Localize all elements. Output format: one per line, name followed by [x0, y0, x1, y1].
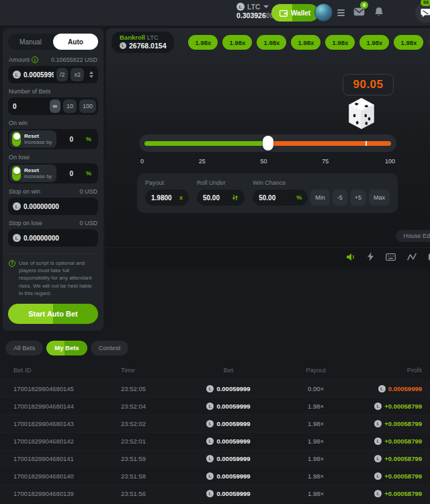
scale-label: 100 [379, 158, 395, 165]
trend-chart-icon [407, 253, 417, 261]
start-auto-bet-button[interactable]: Start Auto Bet [8, 304, 98, 324]
wallet-label: Wallet [291, 9, 310, 17]
slider-knob[interactable] [263, 136, 273, 151]
number-of-bets-field: ∞10100 [8, 97, 98, 115]
dice-controls: Payout x Roll Under Win Chance % [137, 173, 398, 213]
house-edge-badge: House Edge 1% [396, 230, 430, 242]
bet-row[interactable]: 1700182990468014023:51:58Ł0.000599991.98… [0, 467, 430, 485]
bet-row[interactable]: 1700182990468014223:52:01Ł0.000599991.98… [0, 432, 430, 450]
bets-tab-contest[interactable]: Contest [91, 341, 129, 355]
wallet-button[interactable]: Wallet [271, 4, 318, 22]
bets-count-option-100[interactable]: 100 [79, 99, 96, 113]
currency-selector[interactable]: Ł LTC 0.30392600 [236, 3, 273, 19]
on-win-unit: % [86, 136, 97, 142]
bet-payout: 1.98× [308, 472, 324, 480]
history-multiplier-pill[interactable]: 1.98x [188, 35, 218, 50]
bet-row[interactable]: 1700182990468014523:52:05Ł0.000599990.00… [0, 380, 430, 397]
chevron-down-icon [263, 5, 269, 8]
on-lose-toggle[interactable]: ResetIncrease by [9, 165, 56, 182]
stop-on-lose-input[interactable] [24, 235, 96, 242]
sound-button[interactable] [346, 253, 355, 261]
bets-table-header: Bet IDTimeBetPayoutProfit [0, 361, 430, 380]
double-amount-button[interactable]: x2 [71, 68, 84, 81]
history-multiplier-pill[interactable]: 1.98x [222, 35, 252, 50]
history-multiplier-pill[interactable]: 1.98x [394, 35, 423, 50]
stats-button[interactable] [407, 253, 417, 261]
column-header-payout: Payout [306, 366, 326, 374]
on-lose-value[interactable]: 0 [56, 170, 86, 177]
on-win-row: ResetIncrease by 0 % [8, 129, 98, 149]
amount-input[interactable] [24, 71, 54, 79]
win-chance-min-button[interactable]: Min [310, 190, 330, 206]
bet-time: 23:52:01 [121, 437, 181, 445]
win-chance-input[interactable] [259, 194, 294, 202]
payout-input[interactable] [151, 194, 177, 202]
history-multiplier-pill[interactable]: 1.98x [359, 35, 389, 50]
notifications-button[interactable] [374, 7, 384, 19]
ltc-coin-icon: Ł [374, 472, 382, 480]
bets-tab-my-bets[interactable]: My Bets [46, 341, 87, 355]
bankroll-display[interactable]: Bankroll LTC Ł26768.0154 [112, 32, 174, 53]
win-chance-+5-button[interactable]: +5 [350, 190, 366, 206]
bet-payout: 1.98× [308, 455, 324, 462]
roll-slider[interactable] [139, 134, 396, 152]
roll-under-input[interactable] [203, 194, 229, 202]
bet-payout: 1.98× [308, 437, 324, 445]
half-amount-button[interactable]: /2 [56, 68, 69, 81]
ltc-coin-icon: Ł [206, 490, 214, 497]
bet-profit: Ł+0.00058799 [374, 420, 422, 427]
on-win-toggle[interactable]: ResetIncrease by [9, 130, 56, 148]
bet-row[interactable]: 1700182990468014123:51:59Ł0.000599991.98… [0, 450, 430, 467]
ltc-coin-icon: Ł [13, 71, 21, 79]
ltc-coin-icon: Ł [374, 455, 382, 462]
win-chance-max-button[interactable]: Max [369, 190, 390, 206]
bet-id: 17001829904680143 [13, 420, 121, 427]
bet-amount: Ł0.00059999 [206, 420, 250, 427]
history-multiplier-pill[interactable]: 1.98x [325, 35, 355, 50]
stop-on-win-usd: 0 USD [79, 188, 97, 195]
stop-on-win-input[interactable] [24, 203, 96, 210]
roll-under-field [197, 190, 245, 206]
ltc-coin-icon: Ł [13, 202, 21, 210]
swap-direction-icon[interactable] [232, 194, 239, 201]
amount-stepper[interactable] [87, 71, 96, 78]
roll-result: 90.05 [343, 74, 394, 95]
number-of-bets-label: Number of Bets [9, 88, 51, 95]
toggle-switch-icon [12, 132, 21, 146]
on-win-value[interactable]: 0 [56, 136, 86, 143]
history-multiplier-pill[interactable]: 1.98x [257, 35, 286, 50]
ltc-coin-icon: Ł [206, 385, 214, 392]
tab-manual[interactable]: Manual [8, 34, 53, 50]
dice-game-panel: Bankroll LTC Ł26768.0154 1.98x1.98x1.98x… [106, 28, 430, 269]
bet-payout: 0.00× [308, 385, 324, 392]
bet-amount: Ł0.00059999 [206, 403, 250, 410]
bet-row[interactable]: 1700182990468014323:52:02Ł0.000599991.98… [0, 415, 430, 432]
bet-row[interactable]: 1700182990468013923:51:56Ł0.000599991.98… [0, 485, 430, 502]
bet-profit: Ł0.00059999 [378, 385, 422, 392]
tab-auto[interactable]: Auto [53, 34, 98, 50]
history-multiplier-pill[interactable]: 1.98x [291, 35, 320, 50]
bet-id: 17001829904680142 [13, 437, 121, 445]
question-info-icon: ? [9, 260, 15, 267]
payout-field: x [145, 190, 189, 206]
ltc-coin-icon: Ł [206, 472, 214, 480]
bets-tab-all-bets[interactable]: All Bets [5, 341, 43, 355]
win-chance--5-button[interactable]: -5 [333, 190, 347, 206]
number-of-bets-input[interactable] [13, 103, 47, 110]
bet-row[interactable]: 1700182990468014423:52:04Ł0.000599991.98… [0, 397, 430, 415]
on-win-label: On win [9, 120, 28, 126]
column-header-profit: Profit [407, 366, 422, 374]
bet-amount: Ł0.00059999 [206, 385, 250, 392]
bet-amount: Ł0.00059999 [206, 437, 250, 445]
bets-count-option-infinite[interactable]: ∞ [50, 99, 60, 113]
bet-profit: Ł+0.00058799 [374, 490, 422, 497]
bets-count-option-10[interactable]: 10 [63, 99, 77, 113]
mail-button[interactable]: 6 [353, 7, 365, 19]
turbo-button[interactable] [367, 252, 374, 261]
ltc-coin-icon: Ł [374, 403, 382, 410]
amount-info-icon[interactable]: i [32, 56, 38, 63]
avatar[interactable] [314, 3, 333, 22]
scale-label: 25 [194, 158, 210, 165]
profile-menu-icon[interactable] [337, 9, 345, 16]
hotkeys-button[interactable] [386, 253, 396, 261]
